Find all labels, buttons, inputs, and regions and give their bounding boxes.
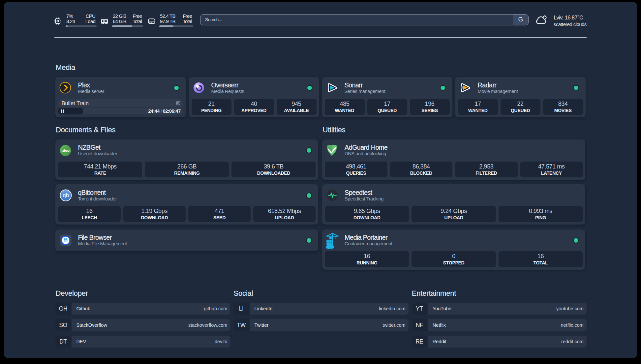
svg-text:nzbget: nzbget: [61, 149, 70, 152]
svg-text:qb: qb: [63, 193, 69, 199]
